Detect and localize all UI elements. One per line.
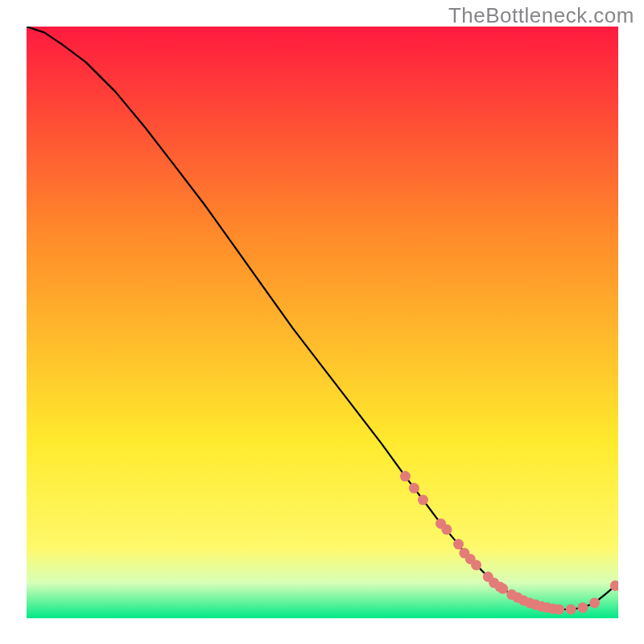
data-marker: [577, 602, 588, 613]
plot-area: [27, 27, 618, 618]
data-marker: [554, 605, 564, 615]
watermark-text: TheBottleneck.com: [448, 3, 634, 28]
data-marker: [441, 524, 452, 535]
data-markers: [400, 471, 618, 614]
data-marker: [409, 483, 419, 493]
bottleneck-curve: [27, 27, 615, 609]
data-marker: [400, 471, 411, 481]
data-marker: [589, 597, 600, 608]
data-marker: [566, 605, 576, 615]
chart-frame: TheBottleneck.com: [0, 0, 644, 644]
curve-overlay: [27, 27, 618, 618]
data-marker: [453, 539, 464, 550]
data-marker: [471, 559, 481, 570]
data-marker: [497, 584, 508, 594]
data-marker: [418, 495, 428, 506]
